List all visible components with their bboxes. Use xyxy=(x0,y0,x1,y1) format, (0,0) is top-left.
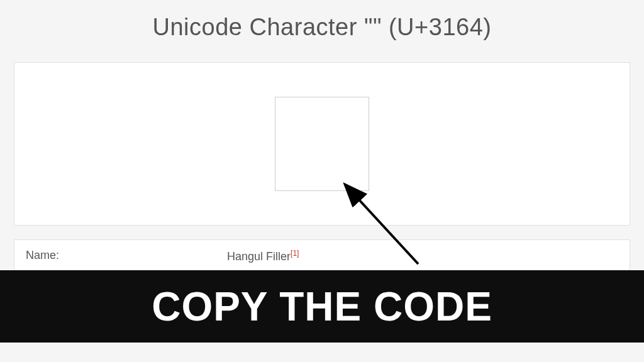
info-name-label: Name: xyxy=(26,249,227,263)
table-row: Name: Hangul Filler[1] xyxy=(26,249,618,263)
character-info-table: Name: Hangul Filler[1] xyxy=(14,239,630,273)
footnote-ref[interactable]: [1] xyxy=(291,249,299,258)
page-title: Unicode Character "ㅤ" (U+3164) xyxy=(0,0,644,62)
character-display-panel xyxy=(14,62,630,226)
instruction-text: Copy the code xyxy=(152,283,492,330)
character-glyph-box[interactable] xyxy=(275,97,369,191)
info-name-value: Hangul Filler[1] xyxy=(227,249,299,263)
instruction-overlay-banner: Copy the code xyxy=(0,270,644,343)
